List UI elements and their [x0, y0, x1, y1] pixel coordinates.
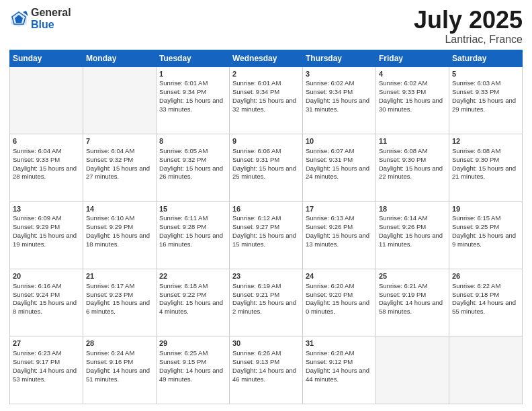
sunset-text: Sunset: 9:33 PM	[452, 88, 499, 95]
days-header-row: SundayMondayTuesdayWednesdayThursdayFrid…	[10, 50, 523, 66]
sunrise-text: Sunrise: 6:03 AM	[452, 79, 500, 87]
sunset-text: Sunset: 9:19 PM	[379, 291, 426, 298]
daylight-text: Daylight: 15 hours and 33 minutes.	[159, 97, 223, 113]
calendar-cell: 20Sunrise: 6:16 AMSunset: 9:24 PMDayligh…	[10, 269, 83, 336]
sunset-text: Sunset: 9:31 PM	[232, 156, 279, 163]
sunrise-text: Sunrise: 6:11 AM	[159, 214, 208, 222]
day-number: 5	[452, 69, 519, 79]
sunset-text: Sunset: 9:34 PM	[306, 88, 353, 95]
day-number: 19	[452, 204, 519, 214]
sunrise-text: Sunrise: 6:01 AM	[232, 79, 281, 87]
sunrise-text: Sunrise: 6:04 AM	[13, 147, 61, 154]
calendar-cell: 28Sunrise: 6:24 AMSunset: 9:16 PMDayligh…	[83, 336, 157, 404]
day-number: 26	[452, 271, 519, 281]
sunrise-text: Sunrise: 6:04 AM	[86, 147, 134, 154]
day-number: 7	[86, 136, 153, 146]
sunrise-text: Sunrise: 6:05 AM	[159, 147, 208, 154]
daylight-text: Daylight: 15 hours and 15 minutes.	[232, 232, 296, 248]
sunrise-text: Sunrise: 6:09 AM	[13, 214, 61, 222]
sunset-text: Sunset: 9:12 PM	[306, 358, 353, 365]
daylight-text: Daylight: 15 hours and 29 minutes.	[452, 97, 516, 113]
calendar-cell: 22Sunrise: 6:18 AMSunset: 9:22 PMDayligh…	[157, 269, 230, 336]
daylight-text: Daylight: 15 hours and 28 minutes.	[13, 165, 77, 181]
calendar-cell: 1Sunrise: 6:01 AMSunset: 9:34 PMDaylight…	[157, 66, 230, 134]
daylight-text: Daylight: 15 hours and 16 minutes.	[159, 232, 223, 248]
sunset-text: Sunset: 9:21 PM	[232, 291, 279, 298]
day-number: 11	[379, 136, 446, 146]
calendar-title: July 2025	[414, 7, 523, 34]
sunrise-text: Sunrise: 6:24 AM	[86, 349, 134, 357]
day-number: 17	[306, 204, 373, 214]
daylight-text: Daylight: 14 hours and 46 minutes.	[232, 367, 296, 383]
sunset-text: Sunset: 9:33 PM	[13, 156, 60, 163]
sunrise-text: Sunrise: 6:26 AM	[232, 349, 281, 357]
day-number: 21	[86, 271, 153, 281]
week-row-1: 1Sunrise: 6:01 AMSunset: 9:34 PMDaylight…	[10, 66, 523, 134]
calendar-cell: 23Sunrise: 6:19 AMSunset: 9:21 PMDayligh…	[230, 269, 303, 336]
daylight-text: Daylight: 15 hours and 9 minutes.	[452, 232, 516, 248]
calendar-cell: 3Sunrise: 6:02 AMSunset: 9:34 PMDaylight…	[303, 66, 376, 134]
calendar-cell: 12Sunrise: 6:08 AMSunset: 9:30 PMDayligh…	[449, 134, 523, 201]
day-number: 4	[379, 69, 446, 79]
calendar-table: SundayMondayTuesdayWednesdayThursdayFrid…	[9, 50, 523, 404]
sunrise-text: Sunrise: 6:08 AM	[452, 147, 500, 154]
sunset-text: Sunset: 9:34 PM	[232, 88, 279, 95]
day-number: 28	[86, 338, 153, 349]
daylight-text: Daylight: 15 hours and 19 minutes.	[13, 232, 77, 248]
sunrise-text: Sunrise: 6:07 AM	[306, 147, 354, 154]
day-header-friday: Friday	[376, 50, 449, 66]
day-number: 25	[379, 271, 446, 281]
calendar-cell: 25Sunrise: 6:21 AMSunset: 9:19 PMDayligh…	[376, 269, 449, 336]
sunset-text: Sunset: 9:31 PM	[306, 156, 353, 163]
day-number: 18	[379, 204, 446, 214]
day-header-wednesday: Wednesday	[230, 50, 303, 66]
week-row-5: 27Sunrise: 6:23 AMSunset: 9:17 PMDayligh…	[10, 336, 523, 404]
sunrise-text: Sunrise: 6:02 AM	[306, 79, 354, 87]
sunrise-text: Sunrise: 6:20 AM	[306, 282, 354, 289]
day-header-saturday: Saturday	[449, 50, 523, 66]
sunrise-text: Sunrise: 6:21 AM	[379, 282, 427, 289]
calendar-cell	[449, 336, 523, 404]
daylight-text: Daylight: 15 hours and 25 minutes.	[232, 165, 296, 181]
sunset-text: Sunset: 9:26 PM	[306, 223, 353, 230]
sunset-text: Sunset: 9:22 PM	[159, 291, 206, 298]
logo-general-text: General	[31, 7, 71, 19]
sunset-text: Sunset: 9:28 PM	[159, 223, 206, 230]
calendar-cell: 21Sunrise: 6:17 AMSunset: 9:23 PMDayligh…	[83, 269, 157, 336]
sunset-text: Sunset: 9:25 PM	[452, 223, 499, 230]
calendar-cell: 6Sunrise: 6:04 AMSunset: 9:33 PMDaylight…	[10, 134, 83, 201]
daylight-text: Daylight: 15 hours and 27 minutes.	[86, 165, 150, 181]
sunset-text: Sunset: 9:20 PM	[306, 291, 353, 298]
sunrise-text: Sunrise: 6:01 AM	[159, 79, 208, 87]
sunset-text: Sunset: 9:26 PM	[379, 223, 426, 230]
sunrise-text: Sunrise: 6:14 AM	[379, 214, 427, 222]
sunset-text: Sunset: 9:15 PM	[159, 358, 206, 365]
calendar-cell: 27Sunrise: 6:23 AMSunset: 9:17 PMDayligh…	[10, 336, 83, 404]
sunrise-text: Sunrise: 6:15 AM	[452, 214, 500, 222]
day-number: 3	[306, 69, 373, 79]
sunset-text: Sunset: 9:17 PM	[13, 358, 60, 365]
header: General Blue July 2025 Lantriac, France	[9, 7, 523, 46]
calendar-cell: 10Sunrise: 6:07 AMSunset: 9:31 PMDayligh…	[303, 134, 376, 201]
calendar-cell: 8Sunrise: 6:05 AMSunset: 9:32 PMDaylight…	[157, 134, 230, 201]
logo-text: General Blue	[31, 7, 71, 30]
day-number: 1	[159, 69, 226, 79]
day-number: 23	[232, 271, 300, 281]
day-header-tuesday: Tuesday	[157, 50, 230, 66]
sunrise-text: Sunrise: 6:18 AM	[159, 282, 208, 289]
sunrise-text: Sunrise: 6:19 AM	[232, 282, 281, 289]
daylight-text: Daylight: 15 hours and 8 minutes.	[13, 299, 77, 315]
day-number: 12	[452, 136, 519, 146]
day-number: 20	[13, 271, 80, 281]
day-number: 31	[306, 338, 373, 349]
calendar-cell: 9Sunrise: 6:06 AMSunset: 9:31 PMDaylight…	[230, 134, 303, 201]
week-row-4: 20Sunrise: 6:16 AMSunset: 9:24 PMDayligh…	[10, 269, 523, 336]
sunset-text: Sunset: 9:13 PM	[232, 358, 279, 365]
sunset-text: Sunset: 9:29 PM	[13, 223, 60, 230]
daylight-text: Daylight: 15 hours and 24 minutes.	[306, 165, 369, 181]
daylight-text: Daylight: 15 hours and 18 minutes.	[86, 232, 150, 248]
calendar-page: General Blue July 2025 Lantriac, France …	[0, 0, 532, 411]
day-number: 2	[232, 69, 300, 79]
sunset-text: Sunset: 9:24 PM	[13, 291, 60, 298]
day-number: 22	[159, 271, 226, 281]
